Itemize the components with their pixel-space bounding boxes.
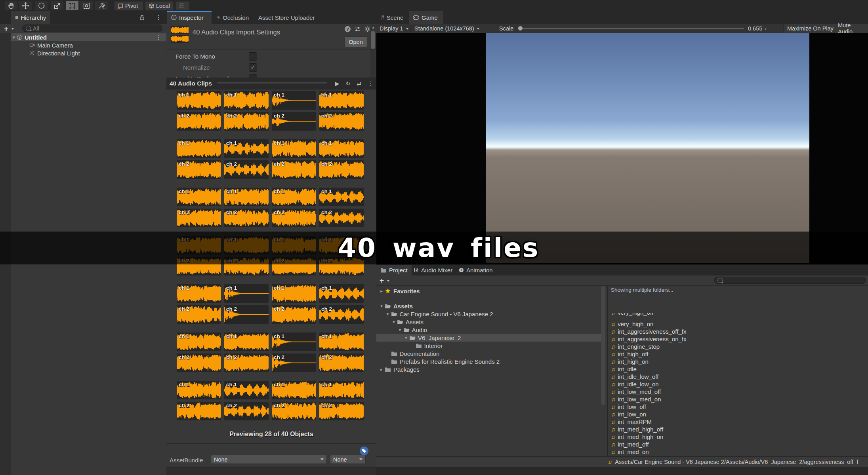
scrollbar-thumb[interactable] [371, 31, 375, 49]
audio-clip-preview[interactable]: ch 1ch 2 [272, 284, 316, 324]
audio-clip-preview[interactable]: ch 1ch 2 [272, 381, 316, 420]
pivot-toggle[interactable]: Pivot [114, 1, 143, 11]
audio-clip-preview[interactable]: ch 1ch 2 [177, 381, 221, 420]
project-search-input[interactable] [714, 277, 866, 284]
tree-item-audio[interactable]: ▾Audio [376, 326, 605, 334]
resolution-dropdown[interactable]: Standalone (1024x768) [414, 24, 480, 33]
file-row-int_maxRPM[interactable]: ♫int_maxRPM [609, 418, 868, 426]
audio-clip-preview[interactable]: ch 1ch 2 [177, 284, 221, 324]
tab-animation[interactable]: Animation [455, 265, 497, 276]
play-icon[interactable]: ▶ [335, 80, 340, 87]
file-row-int_engine_stop[interactable]: ♫int_engine_stop [609, 343, 868, 350]
tab-game[interactable]: Game [409, 11, 443, 24]
project-create-button[interactable]: + [380, 277, 384, 284]
expand-arrow-icon[interactable]: ▾ [385, 312, 391, 317]
tab-hierarchy[interactable]: ≡ Hierarchy [11, 11, 50, 24]
expand-arrow-icon[interactable]: ▾ [379, 304, 384, 309]
file-row-int_med_high_off[interactable]: ♫int_med_high_off [609, 426, 868, 433]
inspector-scrollbar[interactable]: ▲ [370, 25, 376, 78]
tree-scrollbar-thumb[interactable] [601, 286, 605, 405]
file-row-int_low_med_on[interactable]: ♫int_low_med_on [609, 395, 868, 403]
tab-project[interactable]: Project [376, 265, 412, 276]
tree-item-documentation[interactable]: Documentation [376, 350, 605, 357]
presets-icon[interactable] [355, 27, 361, 32]
audio-clip-preview[interactable]: ch 1ch 2 [319, 188, 364, 227]
tab-scene[interactable]: # Scene [377, 11, 407, 24]
scale-expand-chevron[interactable]: › [765, 25, 767, 32]
assetbundle-dropdown[interactable]: None [211, 455, 327, 464]
tree-list-divider[interactable] [607, 285, 608, 456]
file-row-int_low_on[interactable]: ♫int_low_on [609, 410, 868, 418]
audio-clip-preview[interactable]: ch 1ch 2 [224, 236, 269, 276]
hierarchy-row-scene[interactable]: ▾ Untitled ⋮ [11, 33, 166, 41]
audio-clip-preview[interactable]: ch 1ch 2 [272, 91, 316, 131]
rect-tool-button[interactable] [66, 1, 78, 10]
lock-icon[interactable] [139, 15, 145, 20]
move-tool-button[interactable] [19, 1, 32, 10]
checkbox-normalize[interactable]: ✓ [249, 63, 257, 72]
audio-clip-preview[interactable]: ch 1ch 2 [272, 332, 316, 372]
file-row-int_med_high_on[interactable]: ♫int_med_high_on [609, 433, 868, 441]
file-row-int_idle_low_on[interactable]: ♫int_idle_low_on [609, 380, 868, 388]
tree-item-v6-japanese-2[interactable]: ▾V6_Japanese_2 [376, 334, 605, 342]
preview-menu-icon[interactable]: ⋮ [368, 81, 373, 86]
file-row-int_idle_low_off[interactable]: ♫int_idle_low_off [609, 373, 868, 380]
file-row-int_med_on[interactable]: ♫int_med_on [609, 448, 868, 456]
custom-tools-button[interactable] [95, 1, 108, 10]
hierarchy-menu-icon[interactable]: ⋮ [155, 14, 162, 21]
expand-arrow-icon[interactable]: ▸ [379, 367, 384, 372]
tree-item-prefabs-for-realistic-engine-sounds-2[interactable]: Prefabs for Realistic Engine Sounds 2 [376, 357, 605, 365]
hand-tool-button[interactable] [5, 1, 17, 10]
scene-menu-icon[interactable]: ⋮ [155, 34, 162, 40]
create-dropdown-caret[interactable] [11, 28, 14, 30]
project-create-caret[interactable] [387, 280, 390, 282]
scale-tool-button[interactable] [51, 1, 63, 10]
audio-clip-preview[interactable]: ch 1ch 2 [319, 332, 364, 372]
file-row-very_high_on[interactable]: ♫very_high_on [609, 320, 868, 328]
tab-inspector[interactable]: Inspector [167, 11, 212, 24]
tab-occlusion[interactable]: Occlusion [213, 11, 253, 24]
audio-clip-preview[interactable]: ch 1ch 2 [224, 188, 269, 227]
audio-clip-preview[interactable]: ch 1ch 2 [224, 332, 269, 372]
maximize-on-play-button[interactable]: Maximize On Play [783, 24, 837, 33]
audio-clip-preview[interactable]: ch 1ch 2 [319, 284, 364, 324]
audio-clip-preview[interactable]: ch 1ch 2 [272, 188, 316, 227]
collapse-arrow-icon[interactable]: ▾ [11, 35, 17, 40]
file-row-int_low_med_off[interactable]: ♫int_low_med_off [609, 388, 868, 395]
audio-clip-preview[interactable]: ch 1ch 2 [319, 236, 364, 276]
scroll-up-icon[interactable]: ▲ [372, 25, 375, 29]
tree-item-interior[interactable]: Interior [376, 342, 605, 350]
autoplay-icon[interactable]: ⇄ [357, 80, 361, 87]
audio-clip-preview[interactable]: ch 1ch 2 [177, 91, 221, 131]
loop-icon[interactable]: ↻ [346, 80, 351, 87]
audio-clip-preview[interactable]: ch 1ch 2 [224, 91, 269, 131]
transform-tool-button[interactable] [80, 1, 93, 10]
checkbox-force-to-mono[interactable] [249, 52, 257, 61]
hierarchy-search-input[interactable]: All [22, 25, 162, 32]
file-row-int_aggressiveness_on_fx[interactable]: ♫int_aggressiveness_on_fx [609, 335, 868, 343]
audio-clip-preview[interactable]: ch 1ch 2 [177, 188, 221, 227]
assetbundle-tag-icon[interactable] [360, 446, 368, 455]
help-icon[interactable]: ? [345, 26, 351, 32]
gear-icon[interactable] [364, 26, 370, 32]
hierarchy-row-main-camera[interactable]: Main Camera [11, 41, 166, 49]
audio-clip-preview[interactable]: ch 1ch 2 [272, 139, 316, 179]
file-row-int_idle[interactable]: ♫int_idle [609, 365, 868, 373]
mute-audio-button[interactable]: Mute Audio [834, 24, 868, 33]
audio-clip-preview[interactable]: ch 1ch 2 [319, 381, 364, 420]
file-row-int_med_off[interactable]: ♫int_med_off [609, 441, 868, 448]
tree-item-assets[interactable]: ▾Assets [376, 302, 605, 310]
tree-item-car-engine-sound-v6-japanese-2[interactable]: ▾Car Engine Sound - V6 Japanese 2 [376, 310, 605, 318]
audio-clip-preview[interactable]: ch 1ch 2 [319, 139, 364, 179]
file-row-clipped[interactable]: ♫very_high_off [609, 313, 868, 317]
audio-clip-preview[interactable]: ch 1ch 2 [177, 332, 221, 372]
tree-item-assets[interactable]: ▾Assets [376, 318, 605, 326]
hierarchy-row-directional-light[interactable]: Directional Light [11, 49, 166, 57]
file-row-int_low_off[interactable]: ♫int_low_off [609, 403, 868, 410]
audio-clip-preview[interactable]: ch 1ch 2 [224, 284, 269, 324]
audio-clip-preview[interactable]: ch 1ch 2 [272, 236, 316, 276]
expand-arrow-icon[interactable]: ▾ [391, 319, 397, 325]
local-toggle[interactable]: Local [145, 1, 174, 11]
rotate-tool-button[interactable] [35, 1, 48, 10]
assetbundle-variant-dropdown[interactable]: None [330, 455, 366, 464]
